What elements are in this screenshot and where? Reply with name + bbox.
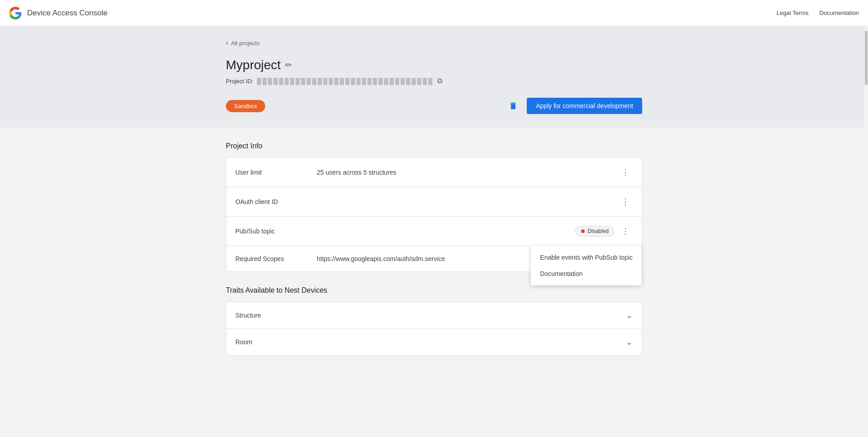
- traits-table: Structure ⌄ Room ⌄: [226, 302, 642, 356]
- pubsub-row: Pub/Sub topic Disabled ⋮ Enable events w…: [226, 217, 642, 246]
- enable-pubsub-item[interactable]: Enable events with PubSub topic: [531, 249, 642, 266]
- google-g-icon: [9, 7, 22, 19]
- topnav-right: Legal Terms Documentation: [777, 10, 859, 16]
- edit-project-icon[interactable]: ✏: [285, 60, 292, 70]
- google-logo: [9, 7, 22, 19]
- project-id-value: ████████████████████████████████: [257, 78, 434, 85]
- delete-project-button[interactable]: [505, 98, 521, 114]
- pubsub-label: Pub/Sub topic: [235, 228, 317, 235]
- disabled-dot-icon: [581, 229, 585, 233]
- header-content: ‹ All projects Myproject ✏ Project ID: █…: [208, 39, 660, 114]
- user-limit-more-button[interactable]: ⋮: [618, 165, 633, 180]
- structure-trait-row: Structure ⌄: [226, 302, 642, 329]
- legal-terms-link[interactable]: Legal Terms: [777, 10, 809, 16]
- project-title-row: Myproject ✏: [226, 58, 642, 72]
- breadcrumb[interactable]: ‹ All projects: [226, 39, 642, 47]
- structure-label: Structure: [235, 312, 261, 319]
- project-info-table: User limit 25 users across 5 structures …: [226, 157, 642, 272]
- scrollbar-thumb: [865, 31, 868, 85]
- top-navigation: Device Access Console Legal Terms Docume…: [0, 0, 868, 26]
- topnav-left: Device Access Console: [9, 7, 108, 19]
- actions-row: Sandbox Apply for commercial development: [226, 98, 642, 114]
- copy-project-id-icon[interactable]: ⧉: [437, 77, 442, 85]
- pubsub-documentation-item[interactable]: Documentation: [531, 266, 642, 282]
- pubsub-dropdown-menu: Enable events with PubSub topic Document…: [531, 246, 642, 285]
- project-name: Myproject: [226, 58, 281, 72]
- project-id-label: Project ID:: [226, 78, 253, 85]
- project-info-title: Project Info: [226, 142, 642, 150]
- pubsub-disabled-badge: Disabled: [575, 226, 615, 237]
- actions-right: Apply for commercial development: [505, 98, 642, 114]
- breadcrumb-label: All projects: [231, 40, 260, 47]
- disabled-label: Disabled: [587, 228, 609, 234]
- app-title: Device Access Console: [27, 9, 108, 18]
- documentation-link[interactable]: Documentation: [820, 10, 859, 16]
- oauth-client-row: OAuth client ID ⋮: [226, 187, 642, 217]
- delete-icon: [509, 101, 518, 110]
- required-scopes-label: Required Scopes: [235, 255, 317, 262]
- traits-title: Traits Available to Nest Devices: [226, 286, 642, 294]
- room-label: Room: [235, 338, 252, 346]
- scrollbar[interactable]: [864, 26, 868, 437]
- user-limit-value: 25 users across 5 structures: [317, 169, 618, 176]
- user-limit-actions: ⋮: [618, 165, 633, 180]
- header-section: ‹ All projects Myproject ✏ Project ID: █…: [0, 26, 868, 128]
- apply-commercial-button[interactable]: Apply for commercial development: [527, 98, 642, 114]
- room-chevron-icon[interactable]: ⌄: [626, 337, 633, 347]
- user-limit-label: User limit: [235, 169, 317, 176]
- oauth-label: OAuth client ID: [235, 198, 317, 205]
- project-id-row: Project ID: ████████████████████████████…: [226, 77, 642, 85]
- chevron-left-icon: ‹: [226, 39, 228, 47]
- room-trait-row: Room ⌄: [226, 329, 642, 355]
- pubsub-more-button[interactable]: ⋮: [618, 224, 633, 238]
- user-limit-row: User limit 25 users across 5 structures …: [226, 158, 642, 187]
- oauth-actions: ⋮: [618, 195, 633, 209]
- pubsub-actions: Disabled ⋮: [575, 224, 633, 238]
- sandbox-badge: Sandbox: [226, 100, 265, 112]
- structure-chevron-icon[interactable]: ⌄: [626, 310, 633, 320]
- oauth-more-button[interactable]: ⋮: [618, 195, 633, 209]
- main-content: Project Info User limit 25 users across …: [208, 128, 660, 370]
